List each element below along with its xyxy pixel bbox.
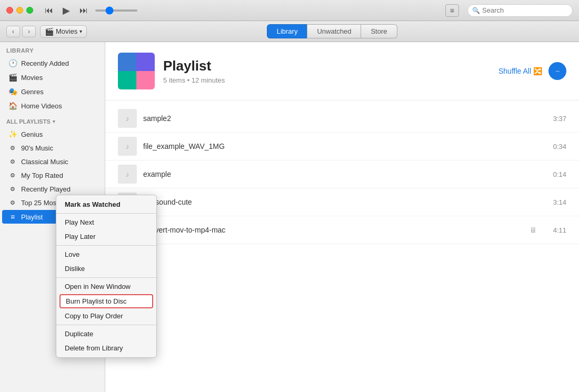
cm-delete-library[interactable]: Delete from Library bbox=[56, 341, 156, 355]
all-playlists-header[interactable]: All Playlists ▾ bbox=[0, 113, 105, 127]
track-duration-3: 0:14 bbox=[545, 170, 566, 178]
90s-music-icon: ⚙ bbox=[8, 145, 17, 152]
track-duration-5: 4:11 bbox=[545, 226, 566, 234]
track-row[interactable]: ♪ file_example_WAV_1MG 0:34 bbox=[105, 133, 579, 160]
sidebar-label-recently-played: Recently Played bbox=[21, 185, 71, 193]
rewind-button[interactable]: ⏮ bbox=[43, 5, 55, 16]
playlist-icon: ≡ bbox=[8, 213, 17, 221]
sidebar-item-movies[interactable]: 🎬 Movies bbox=[2, 71, 103, 84]
volume-slider[interactable] bbox=[95, 9, 137, 12]
playback-controls: ⏮ ▶ ⏭ bbox=[43, 4, 137, 17]
sidebar-item-recently-played[interactable]: ⚙ Recently Played bbox=[2, 183, 103, 196]
sidebar-item-90s-music[interactable]: ⚙ 90's Music bbox=[2, 142, 103, 155]
music-note-icon: ♪ bbox=[126, 170, 129, 178]
tab-unwatched[interactable]: Unwatched bbox=[307, 24, 361, 38]
sidebar-label-90s-music: 90's Music bbox=[21, 144, 53, 152]
track-thumbnail-2: ♪ bbox=[118, 137, 137, 156]
track-thumbnail-1: ♪ bbox=[118, 109, 137, 128]
genius-icon: ✨ bbox=[8, 130, 17, 138]
back-button[interactable]: ‹ bbox=[6, 26, 20, 37]
location-dropdown[interactable]: 🎬 Movies ▾ bbox=[40, 25, 87, 38]
sidebar-item-top-rated[interactable]: ⚙ My Top Rated bbox=[2, 169, 103, 182]
more-options-button[interactable]: ··· bbox=[548, 62, 566, 80]
cm-separator-4 bbox=[56, 325, 156, 325]
cm-separator-2 bbox=[56, 245, 156, 246]
playlist-actions: Shuffle All 🔀 ··· bbox=[498, 62, 566, 80]
cm-dislike[interactable]: Dislike bbox=[56, 262, 156, 276]
forward-button[interactable]: ⏭ bbox=[77, 5, 90, 16]
titlebar: ⏮ ▶ ⏭ ≡ 🔍 bbox=[0, 0, 579, 21]
tab-store[interactable]: Store bbox=[361, 24, 397, 38]
play-button[interactable]: ▶ bbox=[61, 4, 72, 17]
thumb-cell-1 bbox=[118, 53, 136, 71]
track-list: ♪ sample2 3:37 ♪ file_example_WAV_1MG 0:… bbox=[105, 100, 579, 248]
video-monitor-icon: 🖥 bbox=[530, 226, 537, 234]
cm-love[interactable]: Love bbox=[56, 247, 156, 262]
thumb-cell-2 bbox=[136, 53, 155, 71]
track-name-3: example bbox=[143, 170, 539, 178]
forward-nav-button[interactable]: › bbox=[22, 26, 36, 37]
track-thumbnail-3: ♪ bbox=[118, 165, 137, 184]
minimize-button[interactable] bbox=[16, 7, 23, 14]
sidebar-item-recently-added[interactable]: 🕐 Recently Added bbox=[2, 56, 103, 70]
playlist-thumbnail bbox=[118, 53, 155, 89]
cm-burn-playlist[interactable]: Burn Playlist to Disc bbox=[59, 294, 153, 308]
cm-copy-play-order[interactable]: Copy to Play Order bbox=[56, 309, 156, 323]
more-icon: ··· bbox=[555, 67, 559, 75]
search-input[interactable] bbox=[482, 6, 568, 14]
track-duration-2: 0:34 bbox=[545, 143, 566, 150]
sidebar-item-genres[interactable]: 🎭 Genres bbox=[2, 85, 103, 98]
track-name-4: bensound-cute bbox=[143, 198, 539, 206]
context-menu: Mark as Watched Play Next Play Later Lov… bbox=[56, 195, 157, 358]
movies-sidebar-icon: 🎬 bbox=[8, 73, 17, 82]
home-videos-icon: 🏠 bbox=[8, 102, 17, 110]
playlist-title: Playlist bbox=[163, 58, 490, 74]
track-row[interactable]: ♪ sample2 3:37 bbox=[105, 105, 579, 133]
top-25-icon: ⚙ bbox=[8, 199, 17, 206]
playlist-header: Playlist 5 items • 12 minutes Shuffle Al… bbox=[105, 42, 579, 100]
sidebar-label-top-rated: My Top Rated bbox=[21, 172, 63, 179]
location-label: Movies bbox=[56, 27, 77, 35]
cm-play-later[interactable]: Play Later bbox=[56, 229, 156, 244]
track-row[interactable]: ♪ example 0:14 bbox=[105, 160, 579, 188]
maximize-button[interactable] bbox=[26, 7, 33, 14]
traffic-lights bbox=[6, 7, 33, 14]
sidebar-label-genius: Genius bbox=[21, 130, 43, 138]
tab-library[interactable]: Library bbox=[267, 24, 307, 38]
track-duration-1: 3:37 bbox=[545, 115, 566, 123]
nav-arrows: ‹ › bbox=[6, 26, 36, 37]
cm-separator-3 bbox=[56, 277, 156, 278]
search-icon: 🔍 bbox=[472, 7, 480, 14]
shuffle-button[interactable]: Shuffle All 🔀 bbox=[498, 67, 542, 75]
track-duration-4: 3:14 bbox=[545, 198, 566, 206]
sidebar-item-home-videos[interactable]: 🏠 Home Videos bbox=[2, 99, 103, 113]
all-playlists-label: All Playlists bbox=[6, 118, 51, 125]
genres-icon: 🎭 bbox=[8, 87, 17, 96]
music-note-icon: ♪ bbox=[126, 142, 129, 150]
shuffle-icon: 🔀 bbox=[533, 67, 542, 75]
search-box: 🔍 bbox=[467, 4, 573, 17]
track-row[interactable]: 🖥 convert-mov-to-mp4-mac 🖥 4:11 bbox=[105, 216, 579, 244]
cm-duplicate[interactable]: Duplicate bbox=[56, 327, 156, 341]
close-button[interactable] bbox=[6, 7, 13, 14]
list-view-button[interactable]: ≡ bbox=[445, 4, 459, 17]
classical-icon: ⚙ bbox=[8, 158, 17, 165]
tab-group: Library Unwatched Store bbox=[267, 24, 397, 38]
top-rated-icon: ⚙ bbox=[8, 172, 17, 179]
track-name-1: sample2 bbox=[143, 114, 539, 123]
playlist-info: Playlist 5 items • 12 minutes bbox=[163, 58, 490, 84]
sidebar-item-genius[interactable]: ✨ Genius bbox=[2, 127, 103, 141]
sidebar-label-genres: Genres bbox=[21, 88, 44, 96]
sidebar-label-movies: Movies bbox=[21, 74, 43, 82]
sidebar-label-classical: Classical Music bbox=[21, 158, 68, 166]
sidebar-item-classical[interactable]: ⚙ Classical Music bbox=[2, 155, 103, 168]
content-area: Playlist 5 items • 12 minutes Shuffle Al… bbox=[105, 42, 579, 392]
cm-mark-watched[interactable]: Mark as Watched bbox=[56, 197, 156, 212]
thumb-cell-3 bbox=[118, 71, 136, 89]
track-row[interactable]: ♪ bensound-cute 3:14 bbox=[105, 188, 579, 216]
cm-open-new-window[interactable]: Open in New Window bbox=[56, 279, 156, 294]
cm-play-next[interactable]: Play Next bbox=[56, 215, 156, 229]
sidebar-label-recently-added: Recently Added bbox=[21, 59, 69, 67]
music-note-icon: ♪ bbox=[126, 114, 129, 123]
recently-played-icon: ⚙ bbox=[8, 186, 17, 193]
